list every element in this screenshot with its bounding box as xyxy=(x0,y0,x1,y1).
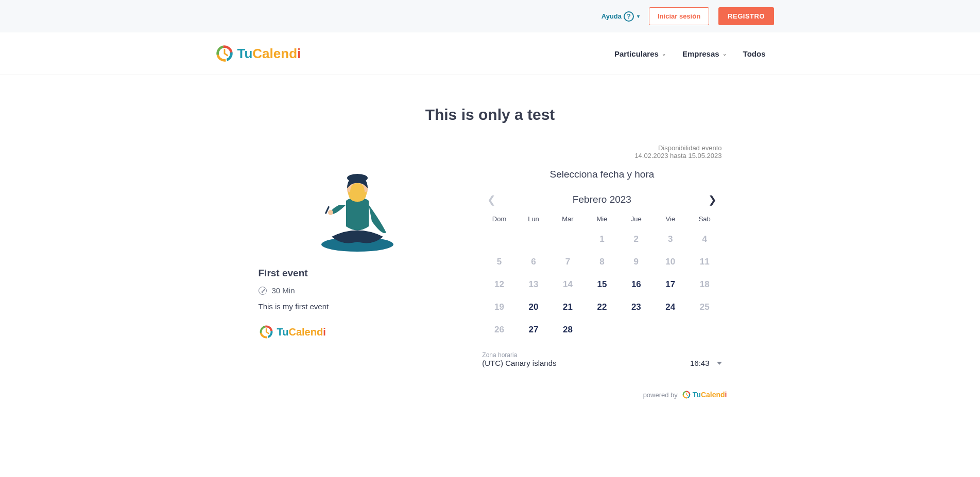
calendar-day: 2 xyxy=(619,231,653,248)
calendar-day: 13 xyxy=(517,276,551,293)
calendar-day: 4 xyxy=(687,231,721,248)
calendar-day: 9 xyxy=(619,254,653,270)
calendar-day[interactable]: 23 xyxy=(619,299,653,315)
nav-item-empresas[interactable]: Empresas⌄ xyxy=(682,49,727,58)
event-duration-value: 30 Min xyxy=(272,286,295,295)
timezone-row: Zona horaria (UTC) Canary islands 16:43 xyxy=(482,351,721,367)
date-picker-panel: Disponibilidad evento 14.02.2023 hasta 1… xyxy=(477,144,727,367)
logo-text-1: Tu xyxy=(237,46,253,62)
calendar-day[interactable]: 27 xyxy=(517,322,551,338)
calendar-day[interactable]: 16 xyxy=(619,276,653,293)
logo-mark-icon xyxy=(215,44,234,63)
svg-point-5 xyxy=(328,210,333,215)
calendar-prev-button: ❮ xyxy=(482,190,501,209)
calendar-weekday: Mie xyxy=(585,215,619,225)
chevron-down-icon: ⌄ xyxy=(723,51,727,57)
calendar-day[interactable]: 22 xyxy=(585,299,619,315)
nav-item-label: Particulares xyxy=(614,49,659,58)
calendar-day: 5 xyxy=(482,254,516,270)
brand-logo[interactable]: TuCalendi xyxy=(215,44,301,63)
select-date-heading: Selecciona fecha y hora xyxy=(482,169,721,180)
calendar-day: 6 xyxy=(517,254,551,270)
calendar-day: 14 xyxy=(551,276,584,293)
timezone-value: (UTC) Canary islands xyxy=(482,359,556,367)
calendar-weekday: Jue xyxy=(619,215,653,225)
calendar-day: 7 xyxy=(551,254,584,270)
calendar-month-label: Febrero 2023 xyxy=(573,194,631,205)
timezone-label: Zona horaria xyxy=(482,351,556,359)
nav-item-label: Todos xyxy=(743,49,766,58)
help-icon: ? xyxy=(624,11,634,22)
page-title: This is only a test xyxy=(0,106,980,123)
event-title: First event xyxy=(259,268,457,279)
calendar-weekday: Mar xyxy=(551,215,584,225)
event-description: This is my first event xyxy=(259,302,457,311)
calendar-weekday: Vie xyxy=(654,215,687,225)
calendar-day[interactable]: 15 xyxy=(585,276,619,293)
main-nav: Particulares⌄Empresas⌄Todos xyxy=(614,49,766,58)
powered-by: powered by TuCalendi xyxy=(253,390,727,415)
login-button[interactable]: Iniciar sesión xyxy=(649,7,709,25)
event-illustration xyxy=(259,165,457,252)
calendar-day: 18 xyxy=(687,276,721,293)
calendar-day: 1 xyxy=(585,231,619,248)
powered-by-logo[interactable]: TuCalendi xyxy=(682,390,727,399)
organizer-logo: TuCalendi xyxy=(259,324,326,340)
calendar-day: 26 xyxy=(482,322,516,338)
calendar-day[interactable]: 20 xyxy=(517,299,551,315)
logo-text-2: Calend xyxy=(252,46,297,62)
calendar-weekday: Dom xyxy=(482,215,516,225)
utility-bar: Ayuda ? ▾ Iniciar sesión REGISTRO xyxy=(0,0,980,32)
availability-range: 14.02.2023 hasta 15.05.2023 xyxy=(482,152,721,160)
nav-item-todos[interactable]: Todos xyxy=(743,49,766,58)
logo-text-3: i xyxy=(297,46,301,62)
logo-mark-icon xyxy=(682,390,691,399)
calendar-day: 10 xyxy=(654,254,687,270)
timezone-time: 16:43 xyxy=(690,359,710,367)
calendar-day[interactable]: 24 xyxy=(654,299,687,315)
logo-mark-icon xyxy=(259,324,274,340)
calendar-day: 3 xyxy=(654,231,687,248)
calendar-grid: DomLunMarMieJueVieSab1234567891011121314… xyxy=(482,215,721,338)
help-dropdown[interactable]: Ayuda ? ▾ xyxy=(601,11,640,22)
powered-by-label: powered by xyxy=(643,391,678,399)
calendar-day[interactable]: 28 xyxy=(551,322,584,338)
calendar-day: 19 xyxy=(482,299,516,315)
timezone-selector[interactable]: 16:43 xyxy=(690,359,722,367)
chevron-down-icon: ⌄ xyxy=(662,51,666,57)
booking-panel: First event 30 Min This is my first even… xyxy=(253,144,727,367)
nav-item-label: Empresas xyxy=(682,49,719,58)
clock-icon xyxy=(259,287,267,295)
calendar-weekday: Lun xyxy=(517,215,551,225)
availability-label: Disponibilidad evento xyxy=(482,144,721,152)
calendar-day[interactable]: 17 xyxy=(654,276,687,293)
chevron-down-icon xyxy=(717,362,722,365)
chevron-down-icon: ▾ xyxy=(637,13,640,19)
calendar-next-button[interactable]: ❯ xyxy=(703,190,722,209)
header: TuCalendi Particulares⌄Empresas⌄Todos xyxy=(0,32,980,75)
calendar-day: 8 xyxy=(585,254,619,270)
event-info: First event 30 Min This is my first even… xyxy=(253,144,462,367)
calendar-header: ❮ Febrero 2023 ❯ xyxy=(482,190,721,209)
help-label: Ayuda xyxy=(601,12,622,20)
calendar-day[interactable]: 21 xyxy=(551,299,584,315)
calendar-day: 25 xyxy=(687,299,721,315)
calendar-day: 12 xyxy=(482,276,516,293)
calendar-day: 11 xyxy=(687,254,721,270)
calendar-weekday: Sab xyxy=(687,215,721,225)
register-button[interactable]: REGISTRO xyxy=(718,7,774,25)
event-duration: 30 Min xyxy=(259,286,457,295)
nav-item-particulares[interactable]: Particulares⌄ xyxy=(614,49,666,58)
svg-point-8 xyxy=(347,174,368,182)
